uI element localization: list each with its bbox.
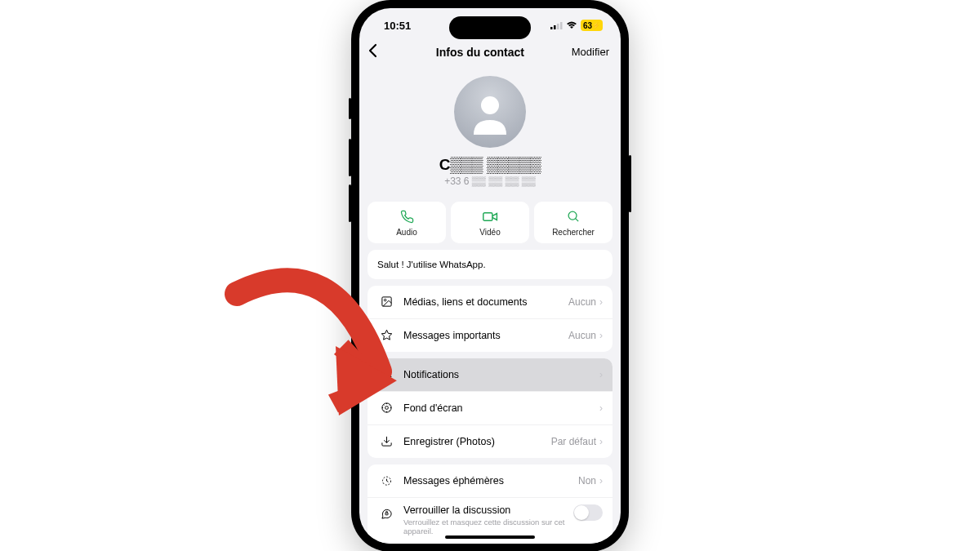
bell-icon — [377, 368, 395, 380]
wallpaper-label: Fond d'écran — [403, 402, 599, 414]
chevron-right-icon: › — [599, 436, 603, 447]
section-privacy: Messages éphémères Non › Verrouiller la … — [368, 464, 612, 544]
search-button[interactable]: Rechercher — [534, 202, 612, 243]
starred-row[interactable]: Messages importants Aucun › — [368, 319, 612, 352]
volume-down — [349, 184, 351, 222]
phone-icon — [400, 210, 414, 224]
notifications-row[interactable]: Notifications › — [368, 358, 612, 392]
home-indicator[interactable] — [445, 535, 535, 539]
star-icon — [377, 329, 395, 341]
wallpaper-icon — [377, 402, 395, 414]
chat-lock-label: Verrouiller la discussion — [403, 504, 570, 516]
svg-rect-2 — [557, 24, 559, 29]
chevron-right-icon: › — [599, 369, 603, 380]
action-buttons: Audio Vidéo Rechercher — [359, 193, 621, 243]
chevron-right-icon: › — [599, 402, 603, 414]
svg-rect-15 — [385, 513, 387, 515]
media-row[interactable]: Médias, liens et documents Aucun › — [368, 286, 612, 319]
save-photos-value: Par défaut — [551, 436, 596, 447]
audio-call-button[interactable]: Audio — [368, 202, 446, 243]
battery-indicator: 63⚡ — [581, 20, 603, 31]
chat-lock-icon — [377, 508, 395, 520]
search-label: Rechercher — [552, 228, 595, 237]
edit-button[interactable]: Modifier — [572, 46, 609, 58]
svg-marker-10 — [381, 330, 392, 340]
media-icon — [377, 295, 395, 308]
chevron-right-icon: › — [599, 330, 603, 341]
chevron-right-icon: › — [599, 475, 603, 487]
chat-lock-toggle[interactable] — [573, 504, 603, 521]
screen: 10:51 63⚡ Infos du contact Modifier — [359, 8, 621, 544]
back-button[interactable] — [368, 42, 389, 63]
svg-point-4 — [481, 96, 499, 114]
media-value: Aucun — [568, 296, 596, 308]
svg-line-7 — [575, 219, 578, 222]
svg-rect-3 — [560, 22, 563, 29]
svg-rect-5 — [483, 213, 492, 221]
chevron-right-icon: › — [599, 296, 603, 308]
save-photos-row[interactable]: Enregistrer (Photos) Par défaut › — [368, 425, 612, 458]
svg-point-9 — [384, 299, 386, 301]
svg-rect-0 — [550, 27, 553, 29]
save-photos-label: Enregistrer (Photos) — [403, 436, 551, 447]
ephemeral-row[interactable]: Messages éphémères Non › — [368, 464, 612, 498]
dynamic-island — [449, 16, 531, 39]
chat-lock-sub: Verrouillez et masquez cette discussion … — [403, 518, 570, 536]
timer-icon — [377, 474, 395, 487]
status-time: 10:51 — [384, 20, 411, 32]
starred-label: Messages importants — [403, 330, 568, 341]
contact-name: C▒▒▒ ▒▒▒▒▒ — [439, 156, 541, 174]
avatar[interactable] — [454, 76, 526, 148]
starred-value: Aucun — [568, 330, 596, 341]
section-settings: Notifications › Fond d'écran › Enregistr… — [368, 358, 612, 458]
video-label: Vidéo — [479, 228, 500, 237]
svg-point-6 — [568, 211, 577, 220]
video-call-button[interactable]: Vidéo — [451, 202, 529, 243]
download-icon — [377, 435, 395, 447]
section-media: Médias, liens et documents Aucun › Messa… — [368, 286, 612, 352]
contact-phone: +33 6 ▒▒ ▒▒ ▒▒ ▒▒ — [444, 176, 536, 187]
audio-label: Audio — [396, 228, 417, 237]
wifi-icon — [566, 20, 577, 32]
video-icon — [483, 210, 498, 224]
svg-point-12 — [385, 407, 388, 410]
mute-switch — [349, 98, 351, 119]
svg-rect-1 — [554, 25, 556, 29]
search-icon — [567, 210, 581, 224]
wallpaper-row[interactable]: Fond d'écran › — [368, 392, 612, 425]
profile-header: C▒▒▒ ▒▒▒▒▒ +33 6 ▒▒ ▒▒ ▒▒ ▒▒ — [359, 71, 621, 193]
media-label: Médias, liens et documents — [403, 296, 568, 308]
volume-up — [349, 139, 351, 176]
phone-frame: 10:51 63⚡ Infos du contact Modifier — [351, 0, 629, 551]
page-title: Infos du contact — [436, 46, 524, 59]
notifications-label: Notifications — [403, 369, 599, 380]
cellular-icon — [550, 20, 563, 32]
power-button — [629, 155, 631, 212]
ephemeral-value: Non — [578, 475, 596, 487]
nav-bar: Infos du contact Modifier — [359, 35, 621, 71]
status-text[interactable]: Salut ! J'utilise WhatsApp. — [368, 250, 612, 279]
ephemeral-label: Messages éphémères — [403, 475, 578, 487]
